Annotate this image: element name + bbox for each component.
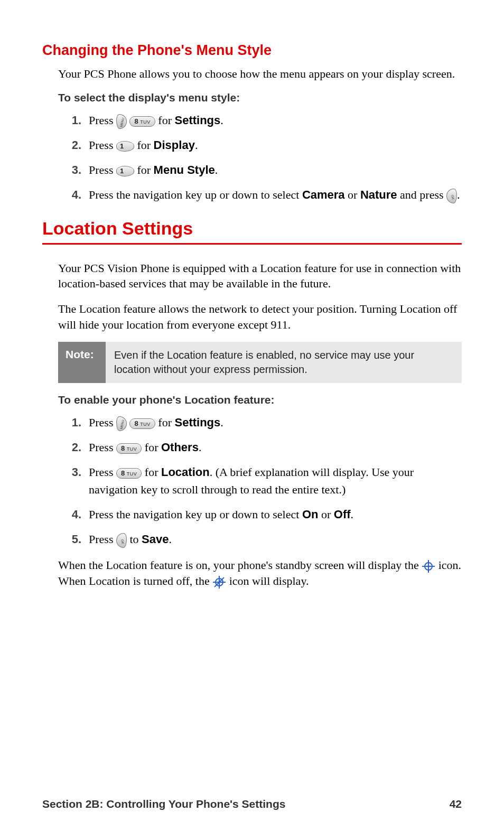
- step-text: and press: [397, 188, 446, 201]
- key-8-icon: 8 TUV: [116, 468, 142, 479]
- paragraph: Your PCS Phone allows you to choose how …: [58, 66, 462, 82]
- paragraph: When the Location feature is on, your ph…: [58, 557, 462, 589]
- step-text: .: [169, 533, 172, 546]
- step-item: Press to Save.: [58, 530, 462, 548]
- menu-key-icon: [116, 114, 127, 129]
- key-8-icon: 8 TUV: [129, 418, 155, 429]
- step-bold: Location: [161, 465, 210, 479]
- step-bold: On: [302, 508, 319, 521]
- step-item: Press the navigation key up or down to s…: [58, 186, 462, 203]
- menu-key-icon: [116, 416, 127, 431]
- key-8-icon: 8 TUV: [129, 116, 155, 127]
- section-rule: [42, 243, 462, 245]
- step-bold: Display: [154, 138, 195, 152]
- step-text: .: [215, 163, 218, 176]
- key-1-icon: 1: [116, 166, 134, 176]
- step-text: Press the navigation key up or down to s…: [89, 508, 302, 521]
- step-item: Press 8 TUV for Others.: [58, 438, 462, 456]
- step-item: Press the navigation key up or down to s…: [58, 506, 462, 523]
- step-text: .: [195, 138, 198, 152]
- step-text: for: [145, 465, 161, 479]
- page-number: 42: [450, 798, 462, 810]
- step-item: Press 1 for Menu Style.: [58, 161, 462, 179]
- step-text: Press the navigation key up or down to s…: [89, 188, 302, 201]
- step-bold: Others: [161, 441, 199, 454]
- instruction-label: To enable your phone's Location feature:: [58, 394, 462, 406]
- step-text: .: [199, 441, 202, 454]
- step-bold: Menu Style: [154, 163, 215, 176]
- step-bold: Nature: [360, 188, 397, 201]
- step-text: Press: [89, 533, 116, 546]
- step-text: to: [129, 533, 142, 546]
- note-label: Note:: [58, 342, 106, 383]
- paragraph: The Location feature allows the network …: [58, 301, 462, 332]
- step-item: Press 8 TUV for Location. (A brief expla…: [58, 463, 462, 498]
- step-text: .: [351, 508, 354, 521]
- step-text: Press: [89, 138, 116, 152]
- step-item: Press 8 TUV for Settings.: [58, 111, 462, 129]
- step-text: for: [137, 163, 153, 176]
- step-text: for: [158, 114, 174, 127]
- steps-location: Press 8 TUV for Settings. Press 8 TUV fo…: [58, 414, 462, 548]
- location-off-icon: [212, 575, 226, 589]
- paragraph-text: When the Location feature is on, your ph…: [58, 558, 422, 572]
- ok-key-icon: [116, 533, 127, 548]
- steps-menu-style: Press 8 TUV for Settings. Press 1 for Di…: [58, 111, 462, 203]
- step-text: for: [145, 441, 161, 454]
- step-text: .: [457, 188, 460, 201]
- key-1-icon: 1: [116, 141, 134, 152]
- step-item: Press 8 TUV for Settings.: [58, 414, 462, 431]
- step-bold: Camera: [302, 188, 345, 201]
- step-text: for: [137, 138, 153, 152]
- note-body: Even if the Location feature is enabled,…: [106, 342, 462, 383]
- step-text: .: [220, 114, 223, 127]
- step-item: Press 1 for Display.: [58, 136, 462, 154]
- key-8-icon: 8 TUV: [116, 443, 142, 454]
- page-footer: Section 2B: Controlling Your Phone's Set…: [42, 798, 462, 810]
- step-bold: Save: [142, 533, 169, 546]
- step-bold: Off: [334, 508, 351, 521]
- step-text: or: [345, 188, 360, 201]
- paragraph: Your PCS Vision Phone is equipped with a…: [58, 260, 462, 292]
- step-text: Press: [89, 416, 116, 429]
- paragraph-text: icon will display.: [229, 574, 309, 587]
- step-text: for: [158, 416, 174, 429]
- step-text: Press: [89, 163, 116, 176]
- step-bold: Settings: [174, 114, 220, 127]
- step-text: or: [318, 508, 333, 521]
- ok-key-icon: [446, 189, 457, 203]
- step-text: Press: [89, 465, 116, 479]
- step-text: Press: [89, 114, 116, 127]
- step-bold: Settings: [174, 416, 220, 429]
- note-box: Note: Even if the Location feature is en…: [58, 342, 462, 383]
- footer-section-title: Section 2B: Controlling Your Phone's Set…: [42, 798, 285, 810]
- heading-location-settings: Location Settings: [42, 218, 462, 239]
- step-text: Press: [89, 441, 116, 454]
- subheading-menu-style: Changing the Phone's Menu Style: [42, 42, 462, 59]
- location-on-icon: [422, 559, 435, 573]
- step-text: .: [220, 416, 223, 429]
- instruction-label: To select the display's menu style:: [58, 91, 462, 104]
